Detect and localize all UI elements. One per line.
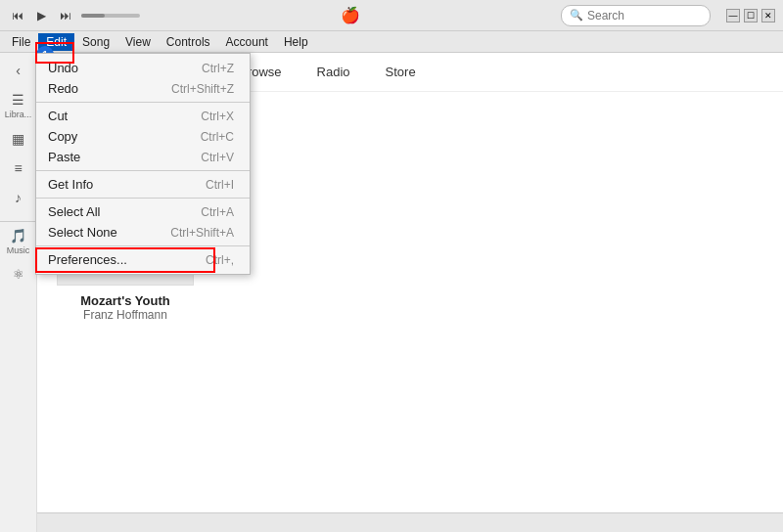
- menu-item-paste[interactable]: Paste Ctrl+V: [36, 147, 250, 167]
- separator-3: [36, 198, 250, 199]
- note-icon: ♪: [15, 190, 22, 205]
- selectall-label: Select All: [48, 204, 100, 219]
- search-icon: 🔍: [570, 9, 583, 22]
- menu-help[interactable]: Help: [276, 33, 316, 51]
- selectnone-shortcut: Ctrl+Shift+A: [170, 226, 234, 240]
- menu-item-cut[interactable]: Cut Ctrl+X: [36, 106, 250, 126]
- menu-song[interactable]: Song: [74, 33, 117, 51]
- menu-controls[interactable]: Controls: [159, 33, 218, 51]
- apple-logo: 🍎: [341, 6, 360, 24]
- separator-2: [36, 170, 250, 171]
- redo-label: Redo: [48, 81, 78, 96]
- menu-item-selectall[interactable]: Select All Ctrl+A: [36, 201, 250, 222]
- sidebar-item-library[interactable]: ☰ Libra...: [0, 86, 36, 125]
- list-icon: ≡: [14, 160, 22, 176]
- title-bar: ⏮ ▶ ⏭ 🍎 🔍 — ☐ ✕: [0, 0, 783, 31]
- sidebar-label-music: Music: [7, 245, 30, 255]
- close-button[interactable]: ✕: [761, 9, 775, 22]
- preferences-shortcut: Ctrl+,: [206, 253, 234, 267]
- minimize-button[interactable]: —: [726, 9, 740, 22]
- tab-radio[interactable]: Radio: [301, 61, 366, 83]
- back-arrow-icon: ‹: [16, 63, 21, 78]
- menu-item-preferences[interactable]: Preferences... Ctrl+,: [36, 249, 250, 270]
- tab-store[interactable]: Store: [370, 61, 432, 83]
- cut-shortcut: Ctrl+X: [201, 110, 234, 123]
- bottom-strip: [37, 512, 783, 532]
- copy-label: Copy: [48, 129, 77, 144]
- menu-bar: File Edit Song View Controls Account Hel…: [0, 31, 783, 53]
- library-icon: ☰: [12, 92, 24, 108]
- sidebar-item-note[interactable]: ♪: [0, 184, 36, 213]
- separator-1: [36, 102, 250, 103]
- menu-item-redo[interactable]: Redo Ctrl+Shift+Z: [36, 78, 250, 99]
- volume-fill: [81, 14, 105, 18]
- volume-slider[interactable]: [81, 14, 140, 18]
- play-button[interactable]: ▶: [33, 7, 50, 24]
- separator-4: [36, 245, 250, 246]
- dropdown-menu: Undo Ctrl+Z Redo Ctrl+Shift+Z Cut Ctrl+X…: [35, 53, 251, 275]
- selectall-shortcut: Ctrl+A: [201, 205, 234, 219]
- grid-icon: ▦: [12, 131, 24, 147]
- getinfo-label: Get Info: [48, 177, 93, 192]
- selectnone-label: Select None: [48, 225, 117, 240]
- prev-button[interactable]: ⏮: [8, 7, 27, 24]
- sidebar-item-back[interactable]: ‹: [0, 57, 36, 86]
- maximize-button[interactable]: ☐: [744, 9, 758, 22]
- undo-label: Undo: [48, 61, 78, 75]
- menu-item-selectnone[interactable]: Select None Ctrl+Shift+A: [36, 222, 250, 243]
- title-bar-left: ⏮ ▶ ⏭: [8, 7, 140, 24]
- left-sidebar: ‹ ☰ Libra... ▦ ≡ ♪ 🎵 Music ⚛: [0, 53, 37, 532]
- cut-label: Cut: [48, 109, 68, 123]
- edit-dropdown: Undo Ctrl+Z Redo Ctrl+Shift+Z Cut Ctrl+X…: [35, 53, 251, 275]
- atom-icon: ⚛: [13, 267, 24, 282]
- menu-account[interactable]: Account: [218, 33, 276, 51]
- sidebar-item-atom[interactable]: ⚛: [0, 261, 36, 289]
- paste-shortcut: Ctrl+V: [201, 151, 234, 164]
- music-icon: 🎵: [10, 228, 26, 244]
- getinfo-shortcut: Ctrl+I: [206, 178, 234, 192]
- sidebar-item-list[interactable]: ≡: [0, 155, 36, 184]
- preferences-label: Preferences...: [48, 252, 127, 267]
- menu-item-copy[interactable]: Copy Ctrl+C: [36, 126, 250, 147]
- paste-label: Paste: [48, 150, 80, 164]
- menu-item-undo[interactable]: Undo Ctrl+Z: [36, 58, 250, 78]
- sidebar-label-library: Libra...: [5, 110, 32, 119]
- redo-shortcut: Ctrl+Shift+Z: [171, 82, 234, 96]
- undo-shortcut: Ctrl+Z: [202, 62, 234, 75]
- menu-file[interactable]: File: [4, 33, 38, 51]
- sidebar-item-grid[interactable]: ▦: [0, 125, 36, 155]
- sidebar-item-music[interactable]: 🎵 Music: [0, 222, 36, 261]
- album-title: Mozart's Youth: [57, 293, 194, 308]
- album-artist: Franz Hoffmann: [57, 308, 194, 322]
- menu-item-getinfo[interactable]: Get Info Ctrl+I: [36, 174, 250, 195]
- title-bar-right: 🔍 — ☐ ✕: [561, 5, 775, 26]
- copy-shortcut: Ctrl+C: [201, 130, 234, 144]
- search-box[interactable]: 🔍: [561, 5, 711, 26]
- menu-view[interactable]: View: [117, 33, 159, 51]
- next-button[interactable]: ⏭: [56, 7, 75, 24]
- window-controls: — ☐ ✕: [726, 9, 775, 22]
- search-input[interactable]: [587, 9, 702, 22]
